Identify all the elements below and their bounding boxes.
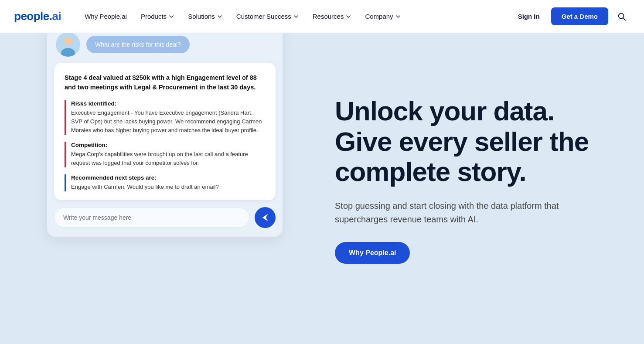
navigation: people.ai Why People.ai Products Solutio… (0, 0, 644, 33)
chevron-down-icon (169, 14, 174, 19)
question-bubble: What are the risks for this deal? (86, 36, 190, 53)
competition-label: Competition: (71, 142, 265, 148)
nav-item-solutions[interactable]: Solutions (182, 9, 228, 24)
hero-title: Unlock your data. Give every seller the … (335, 96, 623, 187)
hero-subtitle: Stop guessing and start closing with the… (335, 199, 579, 226)
chat-card: Stage 4 deal valued at $250k with a high… (54, 63, 276, 200)
risks-section: Risks identified: Executive Engagement -… (65, 100, 265, 135)
chevron-down-icon (217, 14, 222, 19)
avatar (56, 33, 80, 57)
chat-card-title: Stage 4 deal valued at $250k with a high… (65, 73, 265, 92)
logo[interactable]: people.ai (14, 10, 61, 23)
get-demo-button[interactable]: Get a Demo (551, 7, 608, 25)
logo-text: people.ai (14, 10, 61, 23)
nav-links: Why People.ai Products Solutions Custome… (78, 9, 511, 24)
hero-right: Unlock your data. Give every seller the … (309, 33, 623, 344)
nav-item-why-people[interactable]: Why People.ai (78, 9, 133, 24)
search-button[interactable] (613, 8, 630, 25)
hero-title-line2: Give every seller the (335, 126, 589, 157)
logo-prefix: people. (14, 10, 52, 23)
chevron-down-icon (395, 14, 401, 19)
chat-header: What are the risks for this deal? (47, 33, 283, 63)
recommended-label: Recommended next steps are: (71, 174, 265, 181)
chat-panel: What are the risks for this deal? Stage … (47, 33, 283, 237)
nav-item-customer-success[interactable]: Customer Success (230, 9, 305, 24)
nav-item-company[interactable]: Company (359, 9, 406, 24)
chat-input[interactable] (54, 208, 249, 228)
send-button[interactable] (255, 207, 276, 228)
recommended-section: Recommended next steps are: Engage with … (65, 174, 265, 191)
recommended-text: Engage with Carmen. Would you like me to… (71, 183, 265, 191)
logo-suffix: ai (52, 10, 61, 23)
chevron-down-icon (293, 14, 299, 19)
hero-title-line1: Unlock your data. (335, 96, 554, 126)
nav-right: Sign In Get a Demo (512, 7, 630, 25)
competition-text: Mega Corp's capabilities were brought up… (71, 150, 265, 167)
avatar-illustration (56, 33, 80, 57)
why-people-button[interactable]: Why People.ai (335, 242, 410, 264)
hero-left: What are the risks for this deal? Stage … (21, 33, 309, 344)
hero-title-line3: complete story. (335, 157, 526, 187)
chat-input-area (47, 200, 283, 237)
send-icon (260, 213, 270, 222)
hero-section: What are the risks for this deal? Stage … (0, 33, 644, 344)
nav-item-products[interactable]: Products (135, 9, 180, 24)
sign-in-button[interactable]: Sign In (512, 9, 546, 24)
nav-item-resources[interactable]: Resources (307, 9, 358, 24)
svg-point-2 (64, 37, 72, 45)
risks-label: Risks identified: (71, 100, 265, 107)
competition-section: Competition: Mega Corp's capabilities we… (65, 142, 265, 167)
risks-text: Executive Engagement - You have Executiv… (71, 109, 265, 135)
chevron-down-icon (346, 14, 351, 19)
search-icon (617, 12, 627, 21)
